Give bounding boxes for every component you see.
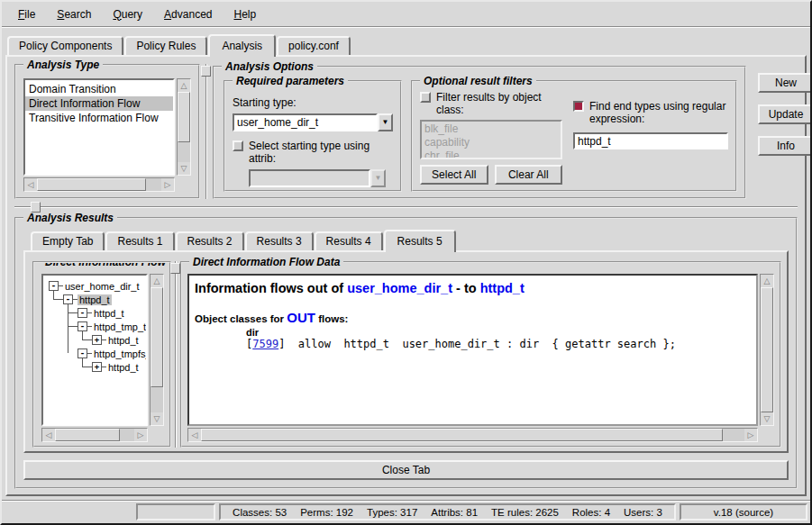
tab-policy-components[interactable]: Policy Components: [7, 36, 123, 55]
tree-expander-icon[interactable]: +: [92, 362, 102, 372]
scroll-up-icon[interactable]: △: [151, 275, 163, 287]
tree-data-splitter[interactable]: [171, 261, 180, 448]
results-splitter[interactable]: [14, 201, 798, 213]
attrib-checkbox[interactable]: [233, 140, 243, 151]
scrollbar-track[interactable]: [37, 178, 161, 191]
object-class-item: capability: [424, 136, 558, 149]
find-end-types-regex-checkbox[interactable]: [573, 101, 584, 112]
results-tab-bar: Empty Tab Results 1 Results 2 Results 3 …: [22, 230, 790, 252]
scrollbar-track[interactable]: [761, 287, 773, 412]
filter-by-object-class-checkbox[interactable]: [420, 92, 431, 103]
scrollbar-track[interactable]: [151, 287, 163, 412]
menu-search[interactable]: Search: [48, 5, 100, 23]
tab-results-5[interactable]: Results 5: [384, 230, 456, 252]
scrollbar-thumb[interactable]: [151, 287, 163, 387]
regex-input[interactable]: [573, 132, 728, 149]
status-version: v.18 (source): [680, 503, 807, 520]
scrollbar-track[interactable]: [55, 429, 134, 441]
top-splitter[interactable]: [200, 64, 213, 199]
tree-node-httpd-t[interactable]: httpd_t: [106, 335, 141, 346]
menu-query[interactable]: Query: [104, 5, 151, 23]
tree-expander-icon[interactable]: -: [49, 281, 59, 291]
tree-expander-icon[interactable]: -: [78, 321, 87, 331]
splitter-handle[interactable]: [31, 202, 41, 213]
scroll-left-icon[interactable]: ◁: [42, 429, 55, 441]
tree-hscrollbar[interactable]: ◁ ▷: [41, 428, 148, 442]
tree-expander-icon[interactable]: -: [78, 348, 87, 358]
tab-results-4[interactable]: Results 4: [315, 231, 383, 250]
starting-type-combobox[interactable]: user_home_dir_t ▼: [233, 113, 393, 131]
analysis-type-vscrollbar[interactable]: △ ▽: [177, 78, 191, 176]
main-tab-bar: Policy Components Policy Rules Analysis …: [2, 34, 810, 57]
tab-analysis[interactable]: Analysis: [208, 34, 276, 57]
tree-node-httpd-t[interactable]: httpd_t: [106, 362, 141, 373]
scroll-right-icon[interactable]: ▷: [744, 429, 757, 441]
tree-vscrollbar[interactable]: △ ▽: [150, 274, 164, 426]
menu-help[interactable]: Help: [224, 5, 265, 23]
scroll-up-icon[interactable]: △: [178, 79, 190, 92]
tab-results-1[interactable]: Results 1: [105, 231, 174, 250]
clear-all-button[interactable]: Clear All: [495, 165, 563, 185]
tree-expander-icon[interactable]: -: [78, 308, 87, 318]
analysis-type-item-transitive-information-flow[interactable]: Transitive Information Flow: [25, 111, 173, 125]
menu-advanced[interactable]: Advanced: [155, 5, 221, 23]
close-tab-button[interactable]: Close Tab: [23, 460, 789, 480]
flow-tree: - user_home_dir_t - httpd_t - httpd_t: [41, 274, 148, 426]
scroll-right-icon[interactable]: ▷: [134, 429, 147, 441]
scroll-down-icon[interactable]: ▽: [151, 412, 163, 425]
tree-node-httpd-t[interactable]: httpd_t: [92, 308, 126, 319]
scroll-down-icon[interactable]: ▽: [178, 162, 190, 175]
splitter-handle[interactable]: [170, 263, 180, 274]
tab-policy-conf[interactable]: policy.conf: [277, 36, 351, 55]
scrollbar-thumb[interactable]: [37, 178, 146, 191]
scrollbar-thumb[interactable]: [178, 92, 190, 142]
attrib-value: [249, 169, 370, 187]
scroll-down-icon[interactable]: ▽: [761, 412, 773, 425]
find-end-types-regex-label: Find end types using regularexpression:: [589, 100, 725, 125]
tab-policy-rules[interactable]: Policy Rules: [124, 36, 207, 55]
tree-node-httpd-tmpfs-t[interactable]: httpd_tmpfs_t: [92, 348, 148, 359]
select-all-button[interactable]: Select All: [420, 165, 488, 185]
new-button[interactable]: New: [758, 73, 812, 93]
scrollbar-thumb[interactable]: [201, 429, 723, 441]
splitter-handle[interactable]: [201, 66, 211, 77]
object-class-item: blk_file: [424, 122, 558, 136]
tree-node-httpd-tmp-t[interactable]: httpd_tmp_t: [92, 321, 148, 332]
scrollbar-track[interactable]: [178, 92, 190, 162]
flow-target: httpd_t: [480, 281, 525, 295]
starting-type-value[interactable]: user_home_dir_t: [233, 113, 378, 131]
scroll-left-icon[interactable]: ◁: [188, 429, 201, 441]
filter-by-object-class-label: Filter results by object class:: [436, 91, 562, 116]
tab-results-3[interactable]: Results 3: [245, 231, 314, 250]
object-class-listbox: blk_file capability chr_file: [420, 120, 562, 159]
menu-file[interactable]: File: [9, 5, 44, 23]
scrollbar-thumb[interactable]: [55, 429, 120, 441]
analysis-type-hscrollbar[interactable]: ◁ ▷: [23, 177, 175, 192]
tab-results-2[interactable]: Results 2: [176, 231, 244, 250]
update-button[interactable]: Update: [758, 104, 812, 124]
analysis-type-listbox: Domain Transition Direct Information Flo…: [23, 78, 175, 176]
analysis-tab-content: Analysis Type Domain Transition Direct I…: [5, 55, 807, 496]
scroll-up-icon[interactable]: △: [761, 275, 773, 287]
attrib-checkbox-label: Select starting type using attrib:: [249, 140, 393, 165]
scroll-left-icon[interactable]: ◁: [24, 178, 37, 191]
scroll-right-icon[interactable]: ▷: [161, 178, 174, 191]
chevron-down-icon[interactable]: ▼: [378, 113, 393, 131]
data-hscrollbar[interactable]: ◁ ▷: [187, 428, 758, 442]
tree-node-user-home-dir-t[interactable]: user_home_dir_t: [63, 281, 141, 292]
top-panels: Analysis Type Domain Transition Direct I…: [14, 64, 798, 199]
scrollbar-thumb[interactable]: [761, 287, 773, 412]
scrollbar-track[interactable]: [201, 429, 744, 441]
rule-number-link[interactable]: 7599: [252, 338, 278, 350]
analysis-type-item-direct-information-flow[interactable]: Direct Information Flow: [25, 96, 173, 111]
tree-node-httpd-t[interactable]: httpd_t: [78, 294, 112, 305]
analysis-type-title: Analysis Type: [23, 59, 103, 71]
tree-expander-icon[interactable]: -: [63, 294, 73, 304]
tree-expander-icon[interactable]: +: [92, 335, 102, 345]
flow-direction: OUT: [287, 310, 315, 325]
info-button[interactable]: Info: [758, 136, 812, 156]
data-vscrollbar[interactable]: △ ▽: [760, 274, 774, 426]
stat-perms: Perms: 192: [300, 507, 353, 518]
analysis-type-item-domain-transition[interactable]: Domain Transition: [25, 82, 173, 96]
tab-empty-tab[interactable]: Empty Tab: [31, 231, 105, 250]
